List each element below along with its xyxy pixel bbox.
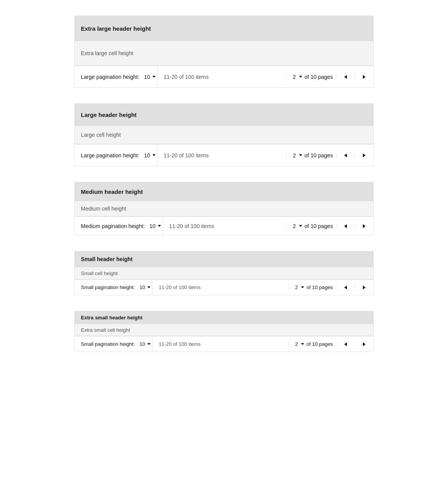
prev-arrow-icon [344, 153, 347, 157]
pagination-nav-extra-small [336, 342, 373, 346]
cell-label-medium: Medium cell height [81, 206, 126, 212]
pagination-nav-medium [336, 224, 373, 228]
current-page-value-extra-large: 2 [293, 74, 296, 80]
table-cell-extra-large: Extra large cell height [75, 41, 373, 66]
pagination-items-text-extra-large: 11-20 of 100 items [158, 74, 286, 80]
pagination-page-medium: 2 of 10 pages [286, 223, 336, 229]
table-header-large: Large header height [75, 104, 373, 125]
next-page-button-small[interactable] [355, 286, 373, 289]
pagination-bar-large: Large pagination height: 10 11-20 of 100… [75, 144, 373, 166]
table-cell-extra-small: Extra small cell height [75, 324, 373, 336]
pagination-bar-medium: Medium pagination height: 10 11-20 of 10… [75, 216, 373, 235]
current-page-value-large: 2 [293, 152, 296, 159]
table-header-extra-large: Extra large header height [75, 16, 373, 41]
cell-label-extra-small: Extra small cell height [81, 327, 130, 333]
pagination-page-small: 2 of 10 pages [289, 284, 336, 290]
items-per-page-select-medium[interactable]: 10 [148, 223, 163, 229]
header-label-large: Large header height [81, 112, 136, 118]
table-cell-medium: Medium cell height [75, 201, 373, 216]
prev-arrow-icon [344, 75, 347, 79]
pagination-bar-extra-small: Small pagination height: 10 11-20 of 100… [75, 336, 373, 352]
prev-page-button-small[interactable] [336, 286, 355, 289]
pagination-label-large: Large pagination height: [75, 152, 142, 159]
table-medium: Medium header height Medium cell height … [74, 182, 374, 235]
next-page-button-extra-large[interactable] [355, 75, 373, 79]
current-page-value-extra-small: 2 [295, 341, 298, 347]
header-label-extra-small: Extra small header height [81, 315, 142, 321]
items-per-page-value-large: 10 [144, 152, 150, 159]
chevron-down-icon [152, 76, 156, 78]
pagination-page-extra-large: 2 of 10 pages [286, 74, 336, 80]
next-page-button-medium[interactable] [355, 224, 373, 228]
header-label-small: Small header height [81, 256, 133, 262]
next-arrow-icon [363, 224, 366, 228]
pagination-items-text-medium: 11-20 of 100 items [163, 223, 286, 229]
items-per-page-select-large[interactable]: 10 [142, 152, 157, 159]
chevron-down-icon [152, 154, 156, 156]
total-pages-text-extra-small: of 10 pages [306, 341, 333, 347]
items-per-page-value-extra-small: 10 [140, 341, 145, 347]
pagination-nav-large [336, 153, 373, 157]
prev-page-button-extra-small[interactable] [336, 342, 355, 346]
header-label-medium: Medium header height [81, 188, 143, 195]
chevron-down-page-icon [301, 343, 304, 345]
next-page-button-large[interactable] [355, 153, 373, 157]
table-header-medium: Medium header height [75, 182, 373, 201]
header-label-extra-large: Extra large header height [81, 25, 151, 32]
items-per-page-select-extra-small[interactable]: 10 [138, 341, 152, 347]
chevron-down-page-icon [299, 154, 302, 156]
chevron-down-page-icon [299, 225, 302, 227]
pagination-label-medium: Medium pagination height: [75, 223, 148, 229]
pagination-nav-extra-large [336, 75, 373, 79]
pagination-items-text-extra-small: 11-20 of 100 items [152, 341, 289, 347]
cell-label-extra-large: Extra large cell height [81, 50, 133, 56]
next-arrow-icon [363, 153, 366, 157]
next-arrow-icon [363, 342, 366, 346]
prev-page-button-medium[interactable] [336, 224, 355, 228]
table-extra-large: Extra large header height Extra large ce… [74, 16, 374, 88]
table-small: Small header height Small cell height Sm… [74, 251, 374, 295]
current-page-value-small: 2 [295, 284, 298, 290]
table-cell-large: Large cell height [75, 125, 373, 144]
cell-label-large: Large cell height [81, 132, 121, 138]
prev-arrow-icon [344, 286, 347, 289]
pagination-bar-extra-large: Large pagination height: 10 11-20 of 100… [75, 66, 373, 87]
pagination-items-text-large: 11-20 of 100 items [158, 152, 286, 159]
next-page-button-extra-small[interactable] [355, 342, 373, 346]
pagination-label-extra-small: Small pagination height: [75, 341, 138, 347]
pagination-page-extra-small: 2 of 10 pages [289, 341, 336, 347]
items-per-page-select-small[interactable]: 10 [138, 284, 152, 290]
next-arrow-icon [363, 75, 366, 79]
pagination-label-extra-large: Large pagination height: [75, 74, 142, 80]
chevron-down-page-icon [301, 286, 304, 288]
chevron-down-icon [158, 225, 161, 227]
pagination-bar-small: Small pagination height: 10 11-20 of 100… [75, 279, 373, 295]
items-per-page-value-small: 10 [140, 284, 145, 290]
table-header-extra-small: Extra small header height [75, 311, 373, 324]
chevron-down-icon [147, 343, 150, 345]
prev-page-button-extra-large[interactable] [336, 75, 355, 79]
table-extra-small: Extra small header height Extra small ce… [74, 311, 374, 352]
prev-page-button-large[interactable] [336, 153, 355, 157]
chevron-down-icon [147, 286, 150, 288]
items-per-page-value-extra-large: 10 [144, 74, 150, 80]
table-large: Large header height Large cell height La… [74, 103, 374, 166]
prev-arrow-icon [344, 342, 347, 346]
total-pages-text-small: of 10 pages [306, 284, 333, 290]
pagination-nav-small [336, 286, 373, 289]
total-pages-text-extra-large: of 10 pages [304, 74, 333, 80]
prev-arrow-icon [344, 224, 347, 228]
items-per-page-value-medium: 10 [149, 223, 156, 229]
pagination-page-large: 2 of 10 pages [286, 152, 336, 159]
next-arrow-icon [363, 286, 366, 289]
chevron-down-page-icon [299, 76, 302, 78]
items-per-page-select-extra-large[interactable]: 10 [142, 74, 157, 80]
pagination-items-text-small: 11-20 of 100 items [152, 284, 289, 290]
table-header-small: Small header height [75, 251, 373, 267]
table-cell-small: Small cell height [75, 267, 373, 279]
total-pages-text-large: of 10 pages [304, 152, 333, 159]
pagination-label-small: Small pagination height: [75, 284, 138, 290]
total-pages-text-medium: of 10 pages [304, 223, 333, 229]
cell-label-small: Small cell height [81, 270, 118, 276]
current-page-value-medium: 2 [293, 223, 296, 229]
